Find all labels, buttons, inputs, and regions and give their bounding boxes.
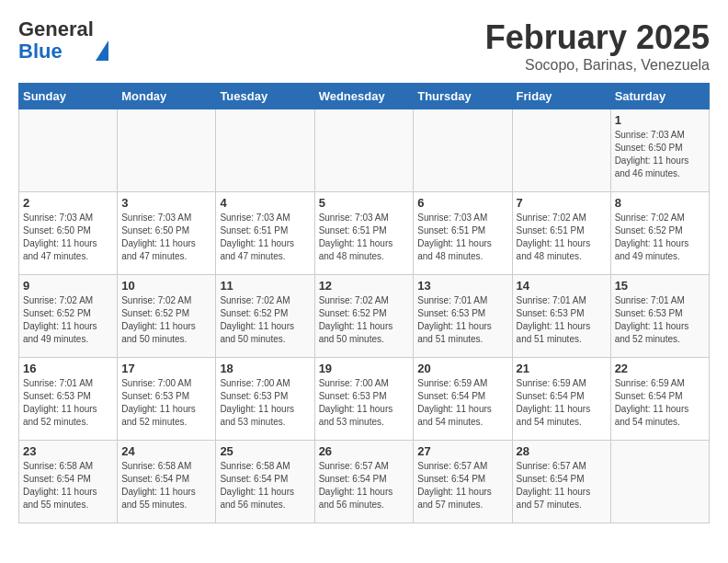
calendar-cell: 11Sunrise: 7:02 AM Sunset: 6:52 PM Dayli… xyxy=(216,275,314,358)
day-info: Sunrise: 7:03 AM Sunset: 6:51 PM Dayligh… xyxy=(220,212,310,263)
day-info: Sunrise: 7:02 AM Sunset: 6:52 PM Dayligh… xyxy=(23,294,113,346)
day-number: 18 xyxy=(220,362,310,375)
day-info: Sunrise: 6:58 AM Sunset: 6:54 PM Dayligh… xyxy=(121,460,211,511)
calendar-cell: 7Sunrise: 7:02 AM Sunset: 6:51 PM Daylig… xyxy=(512,192,610,275)
day-info: Sunrise: 7:00 AM Sunset: 6:53 PM Dayligh… xyxy=(121,377,211,429)
weekday-header-sunday: Sunday xyxy=(19,84,118,109)
logo-text: General Blue xyxy=(18,18,108,63)
weekday-header-saturday: Saturday xyxy=(610,84,709,109)
calendar-cell: 4Sunrise: 7:03 AM Sunset: 6:51 PM Daylig… xyxy=(216,192,314,275)
calendar-cell xyxy=(19,109,118,192)
day-number: 21 xyxy=(517,362,607,375)
day-number: 17 xyxy=(121,362,211,375)
calendar-week-4: 16Sunrise: 7:01 AM Sunset: 6:53 PM Dayli… xyxy=(19,358,710,441)
day-number: 20 xyxy=(417,362,507,375)
day-info: Sunrise: 7:03 AM Sunset: 6:50 PM Dayligh… xyxy=(121,212,211,263)
calendar-table: SundayMondayTuesdayWednesdayThursdayFrid… xyxy=(18,83,710,523)
day-number: 8 xyxy=(615,196,705,210)
day-number: 27 xyxy=(417,444,507,458)
day-number: 9 xyxy=(23,279,113,293)
calendar-cell: 20Sunrise: 6:59 AM Sunset: 6:54 PM Dayli… xyxy=(414,358,512,441)
calendar-cell: 17Sunrise: 7:00 AM Sunset: 6:53 PM Dayli… xyxy=(118,358,216,441)
logo: General Blue xyxy=(18,18,108,63)
calendar-cell: 26Sunrise: 6:57 AM Sunset: 6:54 PM Dayli… xyxy=(314,441,414,523)
day-number: 24 xyxy=(121,444,211,458)
calendar-cell: 15Sunrise: 7:01 AM Sunset: 6:53 PM Dayli… xyxy=(610,275,709,358)
calendar-cell: 6Sunrise: 7:03 AM Sunset: 6:51 PM Daylig… xyxy=(414,192,512,275)
day-number: 7 xyxy=(517,196,607,210)
day-number: 13 xyxy=(417,279,507,293)
day-info: Sunrise: 7:00 AM Sunset: 6:53 PM Dayligh… xyxy=(319,377,410,429)
calendar-cell: 13Sunrise: 7:01 AM Sunset: 6:53 PM Dayli… xyxy=(414,275,512,358)
calendar-cell: 1Sunrise: 7:03 AM Sunset: 6:50 PM Daylig… xyxy=(610,109,709,192)
calendar-cell: 23Sunrise: 6:58 AM Sunset: 6:54 PM Dayli… xyxy=(19,441,118,523)
weekday-header-thursday: Thursday xyxy=(414,84,512,109)
day-number: 11 xyxy=(220,279,310,293)
logo-general: General xyxy=(18,17,94,40)
day-info: Sunrise: 7:02 AM Sunset: 6:52 PM Dayligh… xyxy=(615,212,705,263)
calendar-cell: 3Sunrise: 7:03 AM Sunset: 6:50 PM Daylig… xyxy=(118,192,216,275)
day-number: 12 xyxy=(319,279,410,293)
day-number: 23 xyxy=(23,444,113,458)
calendar-cell xyxy=(314,109,414,192)
calendar-cell: 14Sunrise: 7:01 AM Sunset: 6:53 PM Dayli… xyxy=(512,275,610,358)
day-info: Sunrise: 6:58 AM Sunset: 6:54 PM Dayligh… xyxy=(23,460,113,511)
day-number: 15 xyxy=(615,279,705,293)
calendar-cell xyxy=(610,441,709,523)
day-info: Sunrise: 7:03 AM Sunset: 6:50 PM Dayligh… xyxy=(23,212,113,263)
day-number: 2 xyxy=(23,196,113,210)
day-number: 14 xyxy=(517,279,607,293)
calendar-cell: 9Sunrise: 7:02 AM Sunset: 6:52 PM Daylig… xyxy=(19,275,118,358)
day-info: Sunrise: 6:58 AM Sunset: 6:54 PM Dayligh… xyxy=(220,460,310,511)
calendar-cell: 8Sunrise: 7:02 AM Sunset: 6:52 PM Daylig… xyxy=(610,192,709,275)
day-info: Sunrise: 7:02 AM Sunset: 6:52 PM Dayligh… xyxy=(121,294,211,346)
calendar-week-2: 2Sunrise: 7:03 AM Sunset: 6:50 PM Daylig… xyxy=(19,192,710,275)
day-info: Sunrise: 7:01 AM Sunset: 6:53 PM Dayligh… xyxy=(615,294,705,346)
calendar-cell: 2Sunrise: 7:03 AM Sunset: 6:50 PM Daylig… xyxy=(19,192,118,275)
day-info: Sunrise: 7:02 AM Sunset: 6:51 PM Dayligh… xyxy=(517,212,607,263)
day-info: Sunrise: 7:01 AM Sunset: 6:53 PM Dayligh… xyxy=(517,294,607,346)
calendar-cell: 16Sunrise: 7:01 AM Sunset: 6:53 PM Dayli… xyxy=(19,358,118,441)
calendar-cell: 19Sunrise: 7:00 AM Sunset: 6:53 PM Dayli… xyxy=(314,358,414,441)
day-info: Sunrise: 7:00 AM Sunset: 6:53 PM Dayligh… xyxy=(220,377,310,429)
day-number: 28 xyxy=(517,444,607,458)
day-number: 25 xyxy=(220,444,310,458)
logo-icon xyxy=(96,17,108,61)
day-number: 19 xyxy=(319,362,410,375)
weekday-header-row: SundayMondayTuesdayWednesdayThursdayFrid… xyxy=(19,84,710,109)
day-info: Sunrise: 7:03 AM Sunset: 6:51 PM Dayligh… xyxy=(319,212,410,263)
day-info: Sunrise: 6:59 AM Sunset: 6:54 PM Dayligh… xyxy=(615,377,705,429)
day-number: 22 xyxy=(615,362,705,375)
day-info: Sunrise: 6:57 AM Sunset: 6:54 PM Dayligh… xyxy=(517,460,607,511)
day-info: Sunrise: 7:01 AM Sunset: 6:53 PM Dayligh… xyxy=(23,377,113,429)
calendar-cell: 24Sunrise: 6:58 AM Sunset: 6:54 PM Dayli… xyxy=(118,441,216,523)
calendar-cell xyxy=(414,109,512,192)
day-info: Sunrise: 6:57 AM Sunset: 6:54 PM Dayligh… xyxy=(319,460,410,511)
day-number: 16 xyxy=(23,362,113,375)
day-info: Sunrise: 7:02 AM Sunset: 6:52 PM Dayligh… xyxy=(220,294,310,346)
day-info: Sunrise: 7:03 AM Sunset: 6:51 PM Dayligh… xyxy=(417,212,507,263)
day-number: 5 xyxy=(319,196,410,210)
day-number: 3 xyxy=(121,196,211,210)
logo-blue: Blue xyxy=(18,40,63,63)
day-info: Sunrise: 6:57 AM Sunset: 6:54 PM Dayligh… xyxy=(417,460,507,511)
day-number: 1 xyxy=(615,113,705,127)
day-number: 10 xyxy=(121,279,211,293)
day-info: Sunrise: 7:03 AM Sunset: 6:50 PM Dayligh… xyxy=(615,129,705,180)
day-number: 4 xyxy=(220,196,310,210)
location-subtitle: Socopo, Barinas, Venezuela xyxy=(485,57,710,74)
calendar-cell xyxy=(118,109,216,192)
calendar-cell: 21Sunrise: 6:59 AM Sunset: 6:54 PM Dayli… xyxy=(512,358,610,441)
weekday-header-friday: Friday xyxy=(512,84,610,109)
calendar-cell: 10Sunrise: 7:02 AM Sunset: 6:52 PM Dayli… xyxy=(118,275,216,358)
page-header: General Blue February 2025 Socopo, Barin… xyxy=(18,18,710,74)
weekday-header-wednesday: Wednesday xyxy=(314,84,414,109)
calendar-cell: 18Sunrise: 7:00 AM Sunset: 6:53 PM Dayli… xyxy=(216,358,314,441)
calendar-cell: 27Sunrise: 6:57 AM Sunset: 6:54 PM Dayli… xyxy=(414,441,512,523)
day-info: Sunrise: 7:01 AM Sunset: 6:53 PM Dayligh… xyxy=(417,294,507,346)
weekday-header-tuesday: Tuesday xyxy=(216,84,314,109)
calendar-cell xyxy=(512,109,610,192)
calendar-cell: 12Sunrise: 7:02 AM Sunset: 6:52 PM Dayli… xyxy=(314,275,414,358)
day-number: 6 xyxy=(417,196,507,210)
title-section: February 2025 Socopo, Barinas, Venezuela xyxy=(485,18,710,74)
